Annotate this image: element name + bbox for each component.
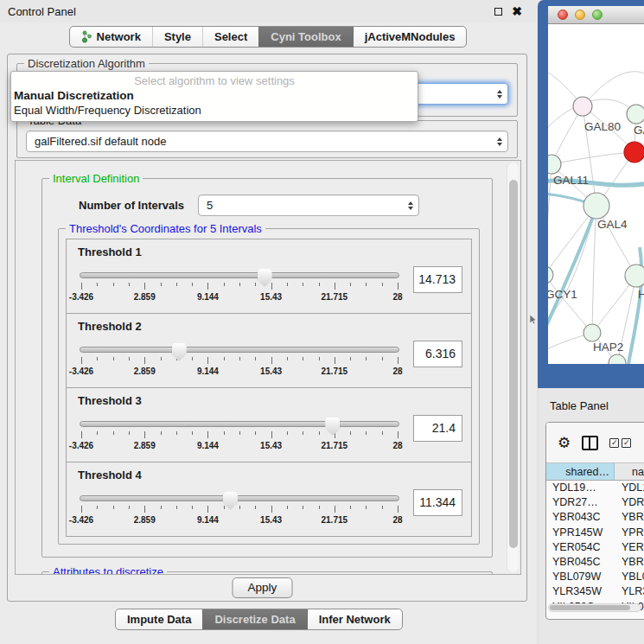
- dropdown-option[interactable]: Equal Width/Frequency Discretization: [11, 103, 418, 118]
- threshold-label: Threshold 1: [78, 245, 462, 258]
- threshold-slider[interactable]: -3.4262.8599.14415.4321.71528: [80, 343, 399, 379]
- attributes-to-discretize-group: Attributes to discretize Numerical Attri…: [41, 571, 493, 575]
- tab-label: Network: [97, 30, 141, 43]
- tab-network[interactable]: Network: [70, 27, 152, 47]
- checkbox-icon[interactable]: ✓: [609, 438, 619, 448]
- algorithm-dropdown-popup: Select algorithm to view settings Manual…: [10, 71, 418, 122]
- network-node[interactable]: [573, 97, 592, 116]
- cell-name[interactable]: YLR3: [615, 584, 644, 599]
- combobox-arrows-icon: [497, 90, 502, 99]
- table-data-group: Table Data galFiltered.sif default node: [16, 120, 518, 158]
- threshold-value-field[interactable]: 11.344: [413, 489, 462, 516]
- network-node[interactable]: [624, 142, 644, 163]
- tab-select[interactable]: Select: [202, 27, 258, 47]
- control-panel-titlebar: Control Panel ✖: [0, 0, 536, 22]
- control-panel: Control Panel ✖ NetworkStyleSelectCyni T…: [0, 0, 536, 644]
- bottom-tab-impute-data[interactable]: Impute Data: [116, 609, 202, 629]
- node-table: ⚙ ✓ ✓ shared… na YDL19…YDL1YDR27…YDR2YBR…: [545, 422, 644, 620]
- node-label: GAL80: [584, 120, 621, 133]
- cell-name[interactable]: YBR0: [615, 555, 644, 570]
- threshold-slider[interactable]: -3.4262.8599.14415.4321.71528: [80, 492, 399, 528]
- settings-scrollbar[interactable]: [507, 163, 519, 572]
- columns-icon[interactable]: [582, 436, 598, 450]
- network-node[interactable]: [548, 155, 561, 174]
- cell-name[interactable]: YDL1: [615, 481, 644, 495]
- table-row[interactable]: YDL19…YDL1: [546, 481, 644, 495]
- tab-jactivemnodules[interactable]: jActiveMNodules: [353, 27, 467, 47]
- apply-button[interactable]: Apply: [233, 577, 293, 598]
- threshold-value-field[interactable]: 14.713: [413, 266, 462, 293]
- group-title: Discretization Algorithm: [24, 57, 149, 70]
- network-window-titlebar[interactable]: [548, 6, 644, 24]
- network-node[interactable]: [627, 105, 644, 124]
- network-icon: [81, 30, 92, 43]
- table-row[interactable]: YBL079WYBL0: [546, 570, 644, 584]
- table-header-row: shared… na: [546, 462, 644, 481]
- dropdown-option[interactable]: Manual Discretization: [11, 88, 418, 103]
- panel-title: Control Panel: [8, 5, 76, 18]
- slider-track[interactable]: [80, 421, 399, 427]
- gear-icon[interactable]: ⚙: [558, 436, 571, 450]
- network-edge[interactable]: [592, 206, 596, 333]
- threshold-slider[interactable]: -3.4262.8599.14415.4321.71528: [80, 418, 399, 454]
- settings-scrollbar-thumb[interactable]: [509, 180, 518, 548]
- table-row[interactable]: YLR345WYLR3: [546, 584, 644, 599]
- minimize-traffic-light-icon[interactable]: [575, 10, 585, 20]
- cell-shared-name[interactable]: YER054C: [546, 540, 615, 555]
- cell-shared-name[interactable]: YLR345W: [546, 584, 615, 599]
- cell-name[interactable]: YPR1: [615, 526, 644, 540]
- column-header-name[interactable]: na: [615, 463, 644, 480]
- network-edge[interactable]: [548, 207, 596, 337]
- dropdown-placeholder[interactable]: Select algorithm to view settings: [11, 73, 418, 88]
- cell-name[interactable]: YDR2: [615, 495, 644, 510]
- threshold-slider[interactable]: -3.4262.8599.14415.4321.71528: [80, 269, 399, 305]
- tab-cyni-toolbox[interactable]: Cyni Toolbox: [258, 27, 352, 47]
- table-row[interactable]: YPR145WYPR1: [546, 526, 644, 540]
- slider-track[interactable]: [80, 495, 399, 501]
- network-edge[interactable]: [552, 152, 634, 164]
- table-horizontal-scrollbar[interactable]: [548, 603, 641, 612]
- cell-name[interactable]: YBR0: [615, 510, 644, 525]
- zoom-traffic-light-icon[interactable]: [592, 10, 603, 20]
- network-node[interactable]: [548, 266, 553, 284]
- float-window-icon[interactable]: [494, 8, 502, 16]
- column-header-shared[interactable]: shared…: [546, 463, 615, 480]
- tab-label: Impute Data: [127, 613, 191, 626]
- table-row[interactable]: YBR043CYBR0: [546, 510, 644, 525]
- table-data-combobox[interactable]: galFiltered.sif default node: [26, 131, 508, 152]
- cell-name[interactable]: YER0: [615, 540, 644, 555]
- threshold-value-field[interactable]: 21.4: [413, 415, 462, 442]
- slider-ticks: [81, 283, 398, 290]
- threshold-value-field[interactable]: 6.316: [413, 341, 462, 367]
- cell-shared-name[interactable]: YDL19…: [546, 481, 615, 495]
- thresholds-coordinates-group: Threshold's Coordinates for 5 Intervals …: [58, 228, 480, 545]
- close-icon[interactable]: ✖: [512, 5, 522, 17]
- checkbox-icon[interactable]: ✓: [622, 438, 631, 448]
- cell-shared-name[interactable]: YBR043C: [546, 510, 615, 525]
- bottom-tab-discretize-data[interactable]: Discretize Data: [202, 609, 306, 629]
- table-row[interactable]: YBR045CYBR0: [546, 555, 644, 570]
- tab-style[interactable]: Style: [152, 27, 202, 47]
- table-row[interactable]: YDR27…YDR2: [546, 495, 644, 510]
- slider-track[interactable]: [80, 347, 399, 353]
- close-traffic-light-icon[interactable]: [558, 10, 568, 20]
- interval-definition-group: Interval Definition Number of Intervals …: [41, 178, 493, 558]
- network-node[interactable]: [625, 265, 644, 287]
- network-canvas[interactable]: GAL80GAGAL11GAL4GCY1HAHAP2: [548, 24, 644, 364]
- bottom-tab-infer-network[interactable]: Infer Network: [307, 609, 402, 629]
- table-row[interactable]: YER054CYER0: [546, 540, 644, 555]
- combobox-arrows-icon: [408, 201, 413, 210]
- cell-name[interactable]: YBL0: [615, 570, 644, 584]
- table-scrollbar-thumb[interactable]: [550, 605, 630, 610]
- number-of-intervals-combobox[interactable]: 5: [198, 194, 419, 216]
- cell-shared-name[interactable]: YPR145W: [546, 526, 615, 540]
- slider-track[interactable]: [80, 272, 399, 278]
- slider-ticks: [81, 357, 398, 365]
- cell-shared-name[interactable]: YBL079W: [546, 570, 615, 584]
- cell-shared-name[interactable]: YDR27…: [546, 495, 615, 510]
- select-checkboxes-icon[interactable]: ✓ ✓: [609, 438, 631, 448]
- cell-shared-name[interactable]: YBR045C: [546, 555, 615, 570]
- network-node[interactable]: [583, 324, 601, 341]
- network-node[interactable]: [583, 193, 609, 219]
- tab-label: Select: [214, 30, 247, 43]
